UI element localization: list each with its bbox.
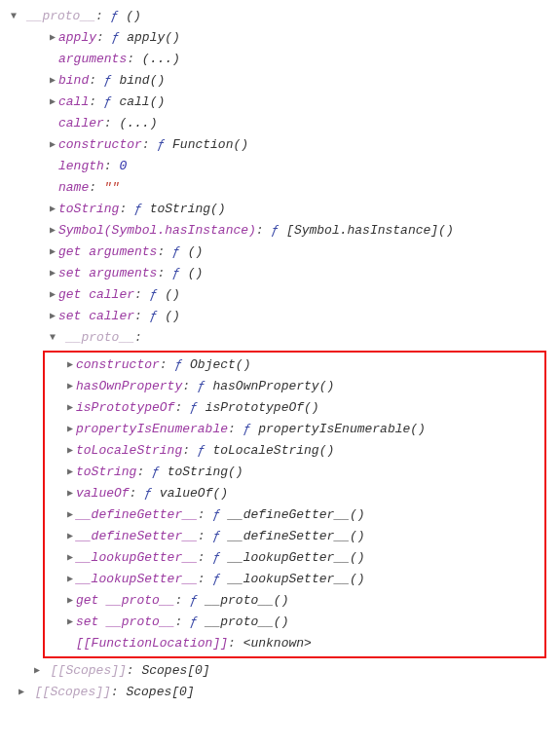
property-key: constructor	[76, 357, 160, 372]
expand-arrow-icon[interactable]	[47, 70, 58, 92]
property-key: set arguments	[58, 266, 157, 280]
property-value: ()	[188, 244, 204, 259]
tree-row[interactable]: __lookupSetter__: ƒ __lookupSetter__()	[47, 569, 542, 590]
property-key: get caller	[58, 287, 134, 302]
tree-row[interactable]: constructor: ƒ Function()	[4, 134, 556, 156]
tree-row[interactable]: set arguments: ƒ ()	[4, 263, 556, 284]
expand-arrow-icon[interactable]	[64, 419, 76, 440]
tree-row[interactable]: get __proto__: ƒ __proto__()	[47, 590, 542, 612]
expand-arrow-icon[interactable]	[64, 612, 76, 633]
expand-arrow-icon[interactable]	[47, 263, 58, 284]
expand-arrow-icon[interactable]	[47, 284, 58, 306]
tree-row[interactable]: call: ƒ call()	[4, 92, 556, 113]
tree-row[interactable]: [[FunctionLocation]]: <unknown>	[47, 633, 542, 654]
property-value: Scopes[0]	[141, 663, 209, 678]
property-value: __defineSetter__()	[228, 529, 364, 543]
expand-arrow-icon[interactable]	[64, 547, 76, 569]
property-value: [Symbol.hasInstance]()	[286, 223, 454, 238]
tree-row[interactable]: isPrototypeOf: ƒ isPrototypeOf()	[47, 397, 542, 419]
property-value: ()	[165, 309, 180, 323]
function-glyph: ƒ	[190, 400, 198, 415]
property-key: arguments	[58, 52, 127, 66]
expand-arrow-icon[interactable]	[64, 483, 76, 504]
tree-row[interactable]: constructor: ƒ Object()	[47, 354, 542, 376]
function-glyph: ƒ	[150, 287, 158, 302]
expand-arrow-icon[interactable]	[47, 306, 58, 327]
expand-arrow-icon[interactable]	[47, 199, 58, 220]
function-glyph: ƒ	[190, 615, 198, 629]
tree-row[interactable]: valueOf: ƒ valueOf()	[47, 483, 542, 504]
expand-arrow-icon[interactable]	[47, 242, 58, 263]
function-glyph: ƒ	[134, 202, 142, 216]
expand-arrow-icon[interactable]	[64, 504, 76, 526]
property-value: __lookupGetter__()	[228, 550, 364, 565]
expand-arrow-icon[interactable]	[64, 526, 76, 547]
property-value: <unknown>	[243, 636, 312, 651]
property-key: call	[58, 94, 89, 109]
function-glyph: ƒ	[271, 223, 279, 238]
tree-row[interactable]: __defineSetter__: ƒ __defineSetter__()	[47, 526, 542, 547]
tree-row-proto-1[interactable]: __proto__:	[4, 327, 556, 349]
tree-row[interactable]: propertyIsEnumerable: ƒ propertyIsEnumer…	[47, 419, 542, 440]
tree-row[interactable]: __lookupGetter__: ƒ __lookupGetter__()	[47, 547, 542, 569]
property-key: __lookupSetter__	[76, 572, 198, 586]
tree-row[interactable]: set __proto__: ƒ __proto__()	[47, 612, 542, 633]
property-key: get arguments	[58, 244, 157, 259]
property-value: __proto__()	[205, 615, 289, 629]
property-key: toLocaleString	[76, 443, 182, 458]
property-value: ""	[104, 180, 120, 195]
property-value: __lookupSetter__()	[228, 572, 364, 586]
expand-arrow-icon[interactable]	[64, 569, 76, 590]
property-key: [[Scopes]]	[51, 663, 127, 678]
expand-arrow-icon[interactable]	[64, 440, 76, 462]
expand-arrow-icon[interactable]	[47, 92, 58, 113]
tree-row[interactable]: get caller: ƒ ()	[4, 284, 556, 306]
expand-arrow-icon[interactable]	[64, 397, 76, 419]
property-key: [[Scopes]]	[35, 685, 111, 699]
expand-arrow-icon[interactable]	[47, 327, 58, 349]
tree-row[interactable]: get arguments: ƒ ()	[4, 242, 556, 263]
function-glyph: ƒ	[144, 486, 152, 501]
tree-row[interactable]: toLocaleString: ƒ toLocaleString()	[47, 440, 542, 462]
tree-row-scopes-inner[interactable]: [[Scopes]]: Scopes[0]	[4, 660, 556, 682]
property-value: ()	[126, 9, 141, 23]
tree-row[interactable]: apply: ƒ apply()	[4, 27, 556, 49]
expand-arrow-icon[interactable]	[31, 660, 43, 682]
expand-arrow-icon[interactable]	[16, 682, 27, 703]
function-glyph: ƒ	[190, 593, 198, 608]
tree-row[interactable]: toString: ƒ toString()	[4, 199, 556, 220]
tree-row[interactable]: arguments: (...)	[4, 49, 556, 70]
property-key: [[FunctionLocation]]	[76, 636, 228, 651]
expand-arrow-icon[interactable]	[64, 354, 76, 376]
property-value: apply()	[127, 30, 180, 45]
expand-arrow-icon[interactable]	[47, 27, 58, 49]
expand-arrow-icon[interactable]	[8, 6, 19, 27]
tree-row[interactable]: length: 0	[4, 156, 556, 177]
expand-arrow-icon[interactable]	[64, 462, 76, 483]
children-level-2: constructor: ƒ Object()hasOwnProperty: ƒ…	[47, 354, 542, 654]
function-glyph: ƒ	[172, 266, 180, 280]
property-key: __proto__	[27, 9, 95, 23]
tree-row[interactable]: caller: (...)	[4, 113, 556, 134]
expand-arrow-icon[interactable]	[47, 134, 58, 156]
tree-row[interactable]: hasOwnProperty: ƒ hasOwnProperty()	[47, 376, 542, 397]
property-value: isPrototypeOf()	[205, 400, 319, 415]
tree-row[interactable]: __defineGetter__: ƒ __defineGetter__()	[47, 504, 542, 526]
tree-row[interactable]: name: ""	[4, 177, 556, 199]
tree-row[interactable]: Symbol(Symbol.hasInstance): ƒ [Symbol.ha…	[4, 220, 556, 242]
expand-arrow-icon[interactable]	[64, 590, 76, 612]
tree-row[interactable]: set caller: ƒ ()	[4, 306, 556, 327]
tree-row-proto-0[interactable]: __proto__: ƒ ()	[4, 6, 556, 27]
tree-row[interactable]: toString: ƒ toString()	[47, 462, 542, 483]
expand-arrow-icon[interactable]	[47, 220, 58, 242]
property-key: Symbol(Symbol.hasInstance)	[58, 223, 256, 238]
property-value: valueOf()	[160, 486, 228, 501]
property-value: ()	[165, 287, 180, 302]
property-value: 0	[119, 159, 127, 173]
property-value: Function()	[172, 137, 248, 152]
property-value: bind()	[119, 73, 165, 88]
expand-arrow-icon[interactable]	[64, 376, 76, 397]
tree-row-scopes-outer[interactable]: [[Scopes]]: Scopes[0]	[4, 682, 556, 703]
property-key: __defineSetter__	[76, 529, 198, 543]
tree-row[interactable]: bind: ƒ bind()	[4, 70, 556, 92]
